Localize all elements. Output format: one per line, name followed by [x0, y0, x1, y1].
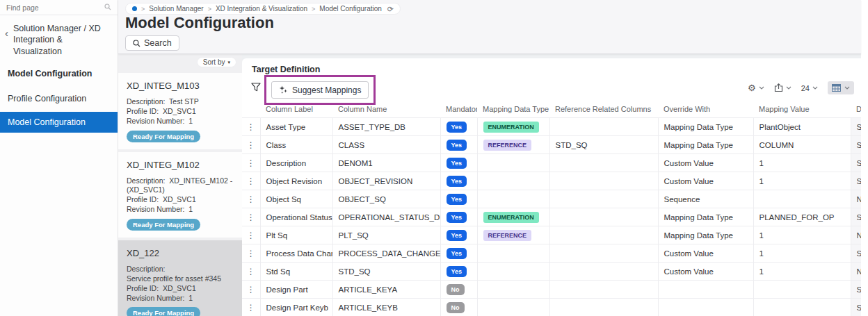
suggest-mappings-button[interactable]: Suggest Mappings — [271, 81, 369, 99]
row-menu-icon[interactable]: ⋮ — [242, 118, 260, 136]
status-badge: Ready For Mapping — [127, 307, 200, 316]
table-title: Target Definition — [242, 58, 861, 74]
cell-data-type: ST — [851, 118, 861, 136]
settings-menu[interactable]: ⚙ — [748, 83, 764, 92]
cell-mapping-value: PLANNED_FOR_OP — [753, 208, 851, 226]
cell-mapping-data-type — [477, 244, 549, 263]
breadcrumb-item[interactable]: Model Configuration — [319, 5, 382, 13]
column-header-mapping-value[interactable]: Mapping Value — [753, 105, 851, 118]
row-menu-icon[interactable]: ⋮ — [242, 136, 260, 154]
breadcrumb-item[interactable]: XD Integration & Visualization — [216, 5, 307, 13]
main-area: >Solution Manager>XD Integration & Visua… — [118, 0, 861, 316]
cell-reference-related-columns — [549, 190, 658, 208]
table-row-article_keya[interactable]: ⋮Design PartARTICLE_KEYANoST — [242, 281, 861, 299]
sort-chevron-icon — [456, 117, 461, 118]
breadcrumb-separator: > — [312, 6, 315, 13]
page-size-selector[interactable]: 24 — [801, 84, 818, 92]
cell-data-type: ST — [851, 172, 861, 190]
table-row-class[interactable]: ⋮ClassCLASSYesREFERENCESTD_SQMapping Dat… — [242, 136, 861, 154]
table-row-std_sq[interactable]: ⋮Std SqSTD_SQYesCustom Value1NU — [242, 263, 861, 281]
cell-mandatory: Yes — [440, 263, 477, 281]
cell-reference-related-columns — [549, 263, 658, 281]
table-toolbar: Suggest Mappings ⚙ — [242, 74, 861, 105]
cell-mapping-value: 1 — [753, 154, 851, 172]
row-menu-icon[interactable]: ⋮ — [242, 172, 260, 190]
table-header-row: Column LabelColumn NameMandatoryMapping … — [242, 105, 861, 118]
row-menu-icon[interactable]: ⋮ — [242, 299, 260, 316]
sidebar-item-model-configuration[interactable]: Model Configuration — [0, 112, 118, 133]
table-row-process_data_changed[interactable]: ⋮Process Data ChangedPROCESS_DATA_CHANGE… — [242, 244, 861, 263]
view-toggle-button[interactable] — [828, 81, 854, 94]
row-menu-icon[interactable]: ⋮ — [242, 244, 260, 263]
sidebar-back[interactable]: ‹ Solution Manager / XD Integration & Vi… — [0, 15, 118, 57]
sidebar-item-profile-configuration[interactable]: Profile Configuration — [0, 88, 118, 109]
target-definition-table: Column LabelColumn NameMandatoryMapping … — [242, 105, 861, 316]
cell-column-label: Design Part Keyb — [260, 299, 332, 316]
sort-by-label: Sort by — [203, 58, 225, 66]
table-row-object_revision[interactable]: ⋮Object RevisionOBJECT_REVISIONYesCustom… — [242, 172, 861, 190]
mandatory-badge: Yes — [447, 122, 467, 133]
card-revision-number: Revision Number: 1 — [127, 117, 235, 126]
column-header-reference-related-columns[interactable]: Reference Related Columns — [549, 105, 658, 118]
table-row-asset_type_db[interactable]: ⋮Asset TypeASSET_TYPE_DBYesENUMERATIONMa… — [242, 118, 861, 136]
chevron-down-icon — [812, 86, 818, 90]
mandatory-badge: Yes — [447, 248, 467, 259]
column-header-mapping-data-type[interactable]: Mapping Data Type — [477, 105, 549, 118]
column-header-column-label[interactable]: Column Label — [260, 105, 332, 118]
grid-view-icon — [832, 84, 841, 92]
table-row-denom1[interactable]: ⋮DescriptionDENOM1YesCustom Value1ST — [242, 154, 861, 172]
cell-column-label: Object Sq — [260, 190, 332, 208]
card-profile-id: Profile ID: XD_SVC1 — [127, 195, 235, 205]
filter-button[interactable] — [251, 83, 261, 92]
column-header-override-with[interactable]: Override With — [658, 105, 753, 118]
column-header-column-name[interactable]: Column Name — [332, 105, 440, 118]
row-menu-icon[interactable]: ⋮ — [242, 281, 260, 299]
column-header-da[interactable]: Da — [851, 105, 861, 118]
gear-icon: ⚙ — [748, 83, 756, 92]
back-chevron-icon[interactable]: ‹ — [5, 28, 8, 39]
cell-mandatory: Yes — [440, 190, 477, 208]
profile-card-xd_122[interactable]: XD_122Description:Service profile for as… — [118, 240, 242, 316]
column-header-actions — [242, 105, 260, 118]
row-menu-icon[interactable]: ⋮ — [242, 208, 260, 226]
card-title: XD_122 — [127, 248, 235, 258]
mandatory-badge: Yes — [447, 158, 467, 169]
app-root: ‹ Solution Manager / XD Integration & Vi… — [0, 0, 868, 316]
row-menu-icon[interactable]: ⋮ — [242, 154, 260, 172]
cell-mapping-data-type — [477, 172, 549, 190]
search-button[interactable]: Search — [125, 35, 179, 51]
status-badge: Ready For Mapping — [127, 219, 200, 231]
sort-by-button[interactable]: Sort by ▾ — [197, 57, 236, 67]
profile-card-xd_integ_m102[interactable]: XD_INTEG_M102Description: XD_INTEG_M102 … — [118, 152, 242, 238]
row-menu-icon[interactable]: ⋮ — [242, 190, 260, 208]
column-header-mandatory[interactable]: Mandatory — [440, 105, 477, 118]
row-menu-icon[interactable]: ⋮ — [242, 226, 260, 244]
table-row-object_sq[interactable]: ⋮Object SqOBJECT_SQYesSequenceNU — [242, 190, 861, 208]
find-page-input[interactable] — [0, 0, 118, 15]
row-menu-icon[interactable]: ⋮ — [242, 263, 260, 281]
table-scroll-area[interactable]: Column LabelColumn NameMandatoryMapping … — [242, 105, 861, 316]
filter-icon — [251, 83, 261, 92]
cell-reference-related-columns — [549, 281, 658, 299]
cell-column-label: Std Sq — [260, 263, 332, 281]
search-button-label: Search — [144, 38, 172, 48]
cell-mandatory: Yes — [440, 154, 477, 172]
table-actions: ⚙ — [748, 81, 854, 94]
find-page-searchbar[interactable] — [0, 0, 118, 15]
cell-mandatory: Yes — [440, 172, 477, 190]
table-row-operational_status_db[interactable]: ⋮Operational StatusOPERATIONAL_STATUS_DB… — [242, 208, 861, 226]
refresh-icon[interactable]: ⟳ — [387, 6, 394, 13]
cell-column-name: OPERATIONAL_STATUS_DB — [332, 208, 440, 226]
cell-mapping-data-type — [477, 281, 549, 299]
table-row-article_keyb[interactable]: ⋮Design Part KeybARTICLE_KEYBNoST — [242, 299, 861, 316]
table-row-plt_sq[interactable]: ⋮Plt SqPLT_SQYesREFERENCEMapping Data Ty… — [242, 226, 861, 244]
cell-mandatory: Yes — [440, 244, 477, 263]
mandatory-badge: Yes — [447, 140, 467, 151]
sidebar: ‹ Solution Manager / XD Integration & Vi… — [0, 0, 118, 316]
data-type-badge: REFERENCE — [483, 140, 532, 151]
export-menu[interactable] — [774, 83, 791, 92]
breadcrumb-item[interactable]: Solution Manager — [149, 5, 203, 13]
breadcrumb-separator: > — [141, 6, 145, 13]
profile-card-xd_integ_m103[interactable]: XD_INTEG_M103Description: Test STPProfil… — [118, 73, 242, 149]
cell-mapping-value: 1 — [753, 244, 851, 263]
